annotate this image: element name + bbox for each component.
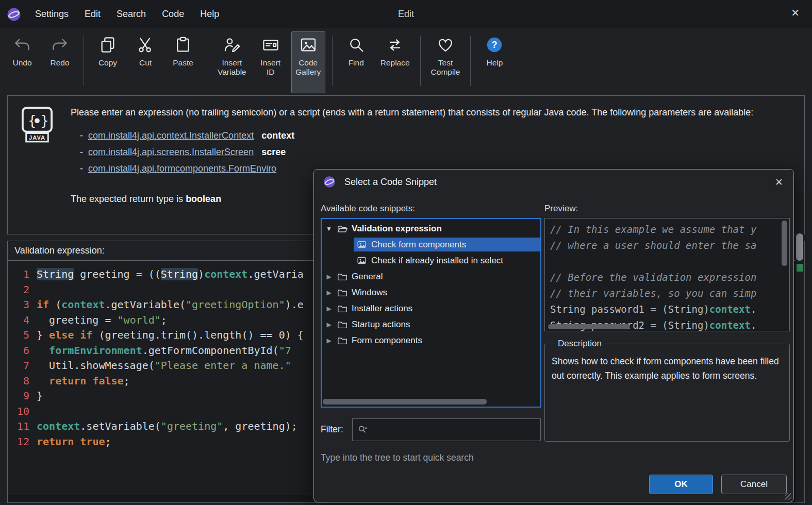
code-line-text: Util.showMessage("Please enter a name." <box>37 358 291 374</box>
tree-item-label: Check if already installed in select <box>371 256 503 266</box>
toolbar-button-label: TestCompile <box>431 58 460 77</box>
dialog-close-button[interactable]: ✕ <box>775 176 783 188</box>
toolbar-test-compile-button[interactable]: TestCompile <box>427 31 464 93</box>
toolbar-code-gallery-button[interactable]: CodeGallery <box>291 31 325 93</box>
dialog-title: Select a Code Snippet <box>344 177 437 188</box>
folder-icon <box>337 319 347 330</box>
toolbar-button-label: InsertVariable <box>218 58 246 77</box>
menu-bar: SettingsEditSearchCodeHelp <box>35 9 219 20</box>
toolbar-button-label: InsertID <box>260 58 280 77</box>
code-line-text: greeting = "world"; <box>37 313 167 328</box>
menu-code[interactable]: Code <box>162 9 184 20</box>
preview-label: Preview: <box>544 204 578 214</box>
api-doc-link[interactable]: com.install4j.api.context.InstallerConte… <box>88 130 254 141</box>
expand-arrow-icon[interactable]: ▶ <box>325 321 333 328</box>
return-type-value: boolean <box>186 194 221 204</box>
java-code-icon: {}JAVA <box>21 106 53 145</box>
tree-item-windows[interactable]: ▶Windows <box>322 284 540 300</box>
snippet-tree[interactable]: ▼Validation expressionCheck form compone… <box>321 218 541 408</box>
find-icon <box>347 36 365 54</box>
code-line-text: } <box>37 389 43 404</box>
test-compile-icon <box>437 36 454 54</box>
preview-vertical-scrollbar-thumb[interactable] <box>782 221 787 266</box>
collapse-arrow-icon[interactable]: ▼ <box>325 225 333 232</box>
line-number: 1 <box>8 267 29 282</box>
tree-horizontal-scrollbar-thumb[interactable] <box>323 399 487 405</box>
api-doc-link[interactable]: com.install4j.api.formcomponents.FormEnv… <box>88 163 276 174</box>
menu-settings[interactable]: Settings <box>35 9 69 20</box>
filter-input[interactable] <box>352 418 541 441</box>
ok-button[interactable]: OK <box>649 475 713 494</box>
tree-item-installer-actions[interactable]: ▶Installer actions <box>322 300 540 316</box>
preview-horizontal-scrollbar-thumb[interactable] <box>548 324 629 329</box>
paste-icon <box>174 36 192 54</box>
menu-search[interactable]: Search <box>117 9 146 20</box>
toolbar-separator <box>420 36 421 86</box>
line-number: 2 <box>8 282 29 298</box>
menu-edit[interactable]: Edit <box>85 9 101 20</box>
code-line-text: String greeting = ((String)context.getVa… <box>37 267 304 282</box>
dialog-resize-grip[interactable] <box>785 493 791 500</box>
toolbar-replace-button[interactable]: Replace <box>377 31 413 93</box>
toolbar-button-label: Help <box>487 58 503 68</box>
description-box: Description Shows how to check if form c… <box>544 339 790 442</box>
line-number: 9 <box>8 389 29 404</box>
tree-row-content: ▼Validation expression <box>322 222 540 235</box>
folder-open-icon <box>337 224 347 234</box>
tree-item-validation-expression[interactable]: ▼Validation expression <box>322 221 540 237</box>
tree-item-form-components[interactable]: ▶Form components <box>322 332 540 348</box>
toolbar-button-label: Replace <box>380 58 410 68</box>
line-number: 6 <box>8 343 29 359</box>
return-type-prefix: The expected return type is <box>71 194 186 204</box>
editor-vertical-scrollbar-thumb[interactable] <box>796 233 803 261</box>
quick-search-hint: Type into the tree to start quick search <box>321 452 474 463</box>
tree-item-label: General <box>352 272 383 282</box>
list-dash: - <box>80 163 83 174</box>
toolbar-help-button[interactable]: ?Help <box>477 31 511 93</box>
parameter-name: context <box>261 130 294 141</box>
code-line-text: return true; <box>37 434 111 450</box>
tree-item-label: Form components <box>352 335 422 346</box>
preview-line: // their variables, so you can simp <box>550 285 784 301</box>
toolbar-copy-button[interactable]: Copy <box>91 31 125 93</box>
toolbar-redo-button[interactable]: Redo <box>43 31 77 93</box>
tree-item-startup-actions[interactable]: ▶Startup actions <box>322 316 540 332</box>
toolbar: UndoRedoCopyCutPasteInsertVariableInsert… <box>0 28 812 93</box>
snippet-tree-label: Available code snippets: <box>321 204 415 214</box>
tree-item-check-if-already-installed-in-select[interactable]: Check if already installed in select <box>322 252 540 268</box>
expand-arrow-icon[interactable]: ▶ <box>325 289 333 296</box>
expand-arrow-icon[interactable]: ▶ <box>325 337 333 344</box>
expand-arrow-icon[interactable]: ▶ <box>325 273 333 280</box>
toolbar-insert-id-button[interactable]: InsertID <box>254 31 288 93</box>
help-icon: ? <box>486 36 503 54</box>
menu-help[interactable]: Help <box>200 9 219 20</box>
insert-variable-icon <box>223 36 241 54</box>
window-close-button[interactable]: ✕ <box>791 7 800 19</box>
tree-item-check-form-components[interactable]: Check form components <box>322 237 540 252</box>
cancel-button[interactable]: Cancel <box>721 475 787 494</box>
tree-item-general[interactable]: ▶General <box>322 268 540 284</box>
tree-row-content: Check if already installed in select <box>354 254 540 267</box>
filter-text-input[interactable] <box>369 419 540 441</box>
api-doc-link[interactable]: com.install4j.api.screens.InstallerScree… <box>88 147 254 157</box>
svg-text:}: } <box>41 113 49 128</box>
toolbar-paste-button[interactable]: Paste <box>166 31 200 93</box>
preview-line: // where a user should enter the sa <box>550 238 784 254</box>
toolbar-find-button[interactable]: Find <box>339 31 373 93</box>
code-line-text: formEnvironment.getFormComponentById("7 <box>37 343 291 359</box>
folder-icon <box>337 272 347 282</box>
description-legend: Description <box>555 339 605 349</box>
folder-icon <box>337 335 347 346</box>
toolbar-undo-button[interactable]: Undo <box>5 31 39 93</box>
toolbar-insert-variable-button[interactable]: InsertVariable <box>214 31 250 93</box>
toolbar-separator <box>207 36 207 86</box>
cut-icon <box>137 36 154 54</box>
list-dash: - <box>80 147 83 157</box>
line-number: 8 <box>8 374 29 389</box>
toolbar-cut-button[interactable]: Cut <box>128 31 162 93</box>
code-line-text <box>37 282 43 298</box>
editor-vertical-scrollbar-track[interactable] <box>796 232 804 502</box>
snippet-icon <box>357 256 367 266</box>
code-line-text: } else if (greeting.trim().length() == 0… <box>37 328 304 343</box>
expand-arrow-icon[interactable]: ▶ <box>325 305 333 312</box>
